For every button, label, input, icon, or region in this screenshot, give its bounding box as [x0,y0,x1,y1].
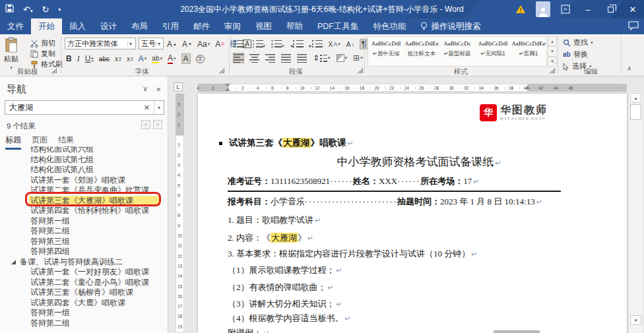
paragraph-dialog-launcher[interactable] [358,68,363,73]
account-avatar[interactable] [536,1,550,17]
nav-item[interactable]: 答辩第四组 [0,247,168,257]
tab-特色功能[interactable]: 特色功能 [366,18,414,34]
vertical-ruler[interactable]: 32112345678910111213141516171819 [176,94,184,333]
tab-帮助[interactable]: 帮助 [279,18,310,34]
tab-插入[interactable]: 插入 [62,18,93,34]
undo-icon[interactable]: ↶▾ [23,5,32,15]
doc-line[interactable]: 中小学教师资格考试面试备课纸↵ [228,154,610,169]
doc-line[interactable]: 3. 基本要求：根据指定内容进行片段教学设计与试讲（10 分钟）↵ [228,248,477,260]
style-题型标题[interactable]: AaBbCcDc↵题型标题 [439,37,475,66]
nav-item[interactable]: 答辩第二组 [0,318,168,328]
nav-item[interactable]: 答辩第二组 [0,226,168,237]
asian-layout-button[interactable]: XA▾ [329,41,340,48]
font-family-combo[interactable]: 方正中雅宋简体▾ [65,38,136,49]
replace-button[interactable]: ab 替换 [563,49,588,59]
tab-布局[interactable]: 布局 [124,18,155,34]
collapse-ribbon-button[interactable]: ∧ [627,65,631,72]
style-scroll-up[interactable]: ▲ [548,36,557,46]
tab-审阅[interactable]: 审阅 [217,18,248,34]
next-result-button[interactable]: ∨ [153,120,162,129]
shrink-font-button[interactable]: A▼ [182,40,192,49]
ribbon-display-options-icon[interactable] [554,0,577,18]
style-页脚1[interactable]: AaBbCcDdEe↵页脚1 [511,37,546,66]
tab-stop-selector[interactable]: L [174,82,183,92]
doc-line[interactable]: 试讲第三套《大雁湖》唱歌课↵ [219,137,354,149]
doc-line[interactable]: （4）根据教学内容适当板书。↵ [228,313,351,324]
tab-开始[interactable]: 开始 [31,18,62,34]
scroll-down-arrow[interactable]: ▼ [630,315,641,325]
subscript-button[interactable]: x2 [115,55,121,63]
clear-search-icon[interactable]: ✕ [140,104,154,112]
character-shading-button[interactable]: A [181,53,191,64]
horizontal-scrollbar-thumb[interactable] [494,330,540,333]
copy-button[interactable]: 复制 [30,49,55,59]
clear-formatting-button[interactable]: A [215,40,224,49]
restore-button[interactable] [599,0,622,18]
align-right-button[interactable] [265,53,275,63]
clipboard-dialog-launcher[interactable] [51,68,57,73]
distribute-button[interactable] [297,53,307,63]
multilevel-list-button[interactable]: ▾ [271,38,284,50]
warning-icon[interactable] [509,0,532,18]
style-scroll-down[interactable]: ▼ [548,46,557,56]
doc-line[interactable]: （1）展示歌唱课教学过程；↵ [228,264,342,276]
strikethrough-button[interactable]: abc [99,55,110,63]
tab-视图[interactable]: 视图 [248,18,279,34]
style-居中无缩[interactable]: AaBbCcDdI↵居中无缩 [368,37,404,66]
save-icon[interactable] [5,3,14,15]
doc-line[interactable]: 准考证号：13111623508921······姓名：XXX······所在考… [228,175,479,187]
doc-line[interactable]: 2. 内容：《大雁湖》↵ [228,232,313,244]
nav-item[interactable]: 试讲第四套《大鹿》唱歌课 [0,298,168,309]
nav-item[interactable]: 结构化面试第八组 [0,165,168,175]
doc-line[interactable]: 附谱例：↵ [228,327,269,333]
style-批注框文本[interactable]: AaBbCcDdEe批注框文本 [404,37,439,66]
line-spacing-button[interactable]: ⇕▾ [313,53,331,63]
font-dialog-launcher[interactable] [219,68,224,73]
underline-button[interactable]: U▾ [85,54,94,63]
nav-item[interactable]: 试讲第二套《童心是小鸟》唱歌课 [0,278,168,288]
nav-search-input[interactable]: 大雁湖 ✕ ▾ [5,100,164,115]
enclose-characters-button[interactable]: 字 [196,55,205,63]
minimize-button[interactable]: – [577,0,599,18]
nav-item[interactable]: 结构化面试第六组 [0,146,168,155]
bullets-button[interactable]: ▾ [234,38,247,50]
scrollbar-thumb[interactable] [630,104,641,120]
search-options-chevron-icon[interactable]: ▾ [154,101,164,114]
nav-item[interactable]: 试讲第三套《杨柳青》唱歌课 [0,288,168,298]
scroll-up-arrow[interactable]: ▲ [630,93,641,103]
tab-PDF工具集[interactable]: PDF工具集 [310,18,366,34]
tab-引用[interactable]: 引用 [155,18,186,34]
justify-button[interactable] [281,53,291,63]
font-size-combo[interactable]: 五号▾ [139,38,164,49]
superscript-button[interactable]: x2 [127,55,133,63]
style-无间隔1[interactable]: AaBbCcDdI↵无间隔1 [475,37,511,66]
comments-icon[interactable] [628,21,639,34]
find-button[interactable]: 查找▾ [563,38,593,47]
paste-button[interactable]: 粘贴▾ [4,37,18,71]
tab-文件[interactable]: 文件 [0,18,31,34]
first-line-indent-marker[interactable] [225,84,230,87]
doc-line[interactable]: （3）讲解大切分相关知识；↵ [228,298,342,310]
nav-item[interactable]: 答辩第三组 [0,237,168,247]
align-center-button[interactable] [249,53,259,63]
nav-item[interactable]: 试讲第四套《恰利利恰利》唱歌课 [0,206,168,216]
nav-item[interactable]: 备课、试讲与答辩拔高训练二 [0,257,168,268]
highlight-color-button[interactable]: ab▾ [152,55,162,63]
redo-icon[interactable]: ↻ [42,5,49,15]
bold-button[interactable]: B [66,54,72,63]
change-case-button[interactable]: Aa▾ [197,40,210,49]
italic-button[interactable]: I [77,54,80,64]
nav-item[interactable]: 结构化面试第七组 [0,155,168,166]
vertical-scrollbar[interactable] [628,92,643,333]
hanging-indent-marker[interactable] [225,88,230,91]
styles-dialog-launcher[interactable] [550,68,555,73]
close-button[interactable]: ✕ [622,0,644,18]
tell-me-box[interactable]: 操作说明搜索 [414,18,488,34]
nav-item[interactable]: 试讲第一套《一对好朋友》唱歌课 [0,267,168,278]
doc-line[interactable]: 报考科目：小学音乐························抽题时间：20… [228,196,542,208]
doc-line[interactable]: 1. 题目：歌唱教学试讲↵ [228,214,321,226]
sort-button[interactable]: A↓ [346,41,354,48]
shading-button[interactable]: ▾ [337,54,348,62]
nav-item[interactable]: 答辩第一组 [0,308,168,318]
nav-pane-options-icon[interactable]: ∨ [143,84,148,93]
